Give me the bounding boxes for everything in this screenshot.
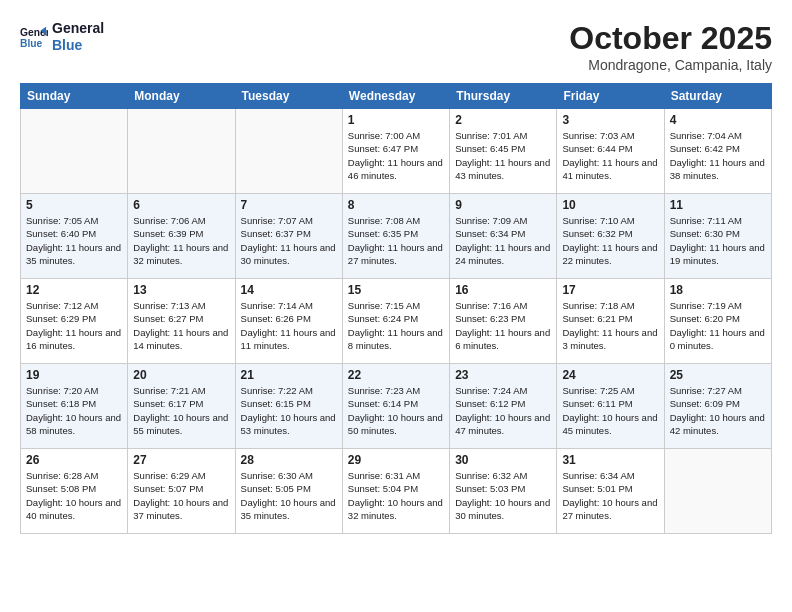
- day-cell: 1Sunrise: 7:00 AM Sunset: 6:47 PM Daylig…: [342, 109, 449, 194]
- day-cell: 8Sunrise: 7:08 AM Sunset: 6:35 PM Daylig…: [342, 194, 449, 279]
- day-cell: 10Sunrise: 7:10 AM Sunset: 6:32 PM Dayli…: [557, 194, 664, 279]
- day-cell: 30Sunrise: 6:32 AM Sunset: 5:03 PM Dayli…: [450, 449, 557, 534]
- day-number: 15: [348, 283, 444, 297]
- day-info: Sunrise: 7:04 AM Sunset: 6:42 PM Dayligh…: [670, 129, 766, 182]
- day-info: Sunrise: 7:09 AM Sunset: 6:34 PM Dayligh…: [455, 214, 551, 267]
- day-number: 5: [26, 198, 122, 212]
- day-info: Sunrise: 7:19 AM Sunset: 6:20 PM Dayligh…: [670, 299, 766, 352]
- day-cell: 12Sunrise: 7:12 AM Sunset: 6:29 PM Dayli…: [21, 279, 128, 364]
- day-number: 30: [455, 453, 551, 467]
- day-cell: [235, 109, 342, 194]
- day-number: 25: [670, 368, 766, 382]
- day-number: 28: [241, 453, 337, 467]
- day-cell: 6Sunrise: 7:06 AM Sunset: 6:39 PM Daylig…: [128, 194, 235, 279]
- day-number: 20: [133, 368, 229, 382]
- day-cell: 23Sunrise: 7:24 AM Sunset: 6:12 PM Dayli…: [450, 364, 557, 449]
- day-cell: 16Sunrise: 7:16 AM Sunset: 6:23 PM Dayli…: [450, 279, 557, 364]
- day-info: Sunrise: 7:05 AM Sunset: 6:40 PM Dayligh…: [26, 214, 122, 267]
- day-number: 12: [26, 283, 122, 297]
- day-number: 27: [133, 453, 229, 467]
- title-block: October 2025 Mondragone, Campania, Italy: [569, 20, 772, 73]
- day-info: Sunrise: 7:10 AM Sunset: 6:32 PM Dayligh…: [562, 214, 658, 267]
- week-row-5: 26Sunrise: 6:28 AM Sunset: 5:08 PM Dayli…: [21, 449, 772, 534]
- day-number: 24: [562, 368, 658, 382]
- day-cell: 29Sunrise: 6:31 AM Sunset: 5:04 PM Dayli…: [342, 449, 449, 534]
- day-cell: 13Sunrise: 7:13 AM Sunset: 6:27 PM Dayli…: [128, 279, 235, 364]
- day-cell: 20Sunrise: 7:21 AM Sunset: 6:17 PM Dayli…: [128, 364, 235, 449]
- day-cell: [21, 109, 128, 194]
- day-cell: 26Sunrise: 6:28 AM Sunset: 5:08 PM Dayli…: [21, 449, 128, 534]
- location-subtitle: Mondragone, Campania, Italy: [569, 57, 772, 73]
- month-title: October 2025: [569, 20, 772, 57]
- day-info: Sunrise: 7:18 AM Sunset: 6:21 PM Dayligh…: [562, 299, 658, 352]
- page-header: General Blue General Blue October 2025 M…: [20, 20, 772, 73]
- logo: General Blue General Blue: [20, 20, 104, 54]
- day-cell: 3Sunrise: 7:03 AM Sunset: 6:44 PM Daylig…: [557, 109, 664, 194]
- day-cell: 15Sunrise: 7:15 AM Sunset: 6:24 PM Dayli…: [342, 279, 449, 364]
- day-cell: 24Sunrise: 7:25 AM Sunset: 6:11 PM Dayli…: [557, 364, 664, 449]
- day-info: Sunrise: 7:16 AM Sunset: 6:23 PM Dayligh…: [455, 299, 551, 352]
- day-cell: 9Sunrise: 7:09 AM Sunset: 6:34 PM Daylig…: [450, 194, 557, 279]
- day-number: 26: [26, 453, 122, 467]
- day-number: 1: [348, 113, 444, 127]
- day-number: 13: [133, 283, 229, 297]
- week-row-2: 5Sunrise: 7:05 AM Sunset: 6:40 PM Daylig…: [21, 194, 772, 279]
- day-cell: 31Sunrise: 6:34 AM Sunset: 5:01 PM Dayli…: [557, 449, 664, 534]
- day-info: Sunrise: 7:07 AM Sunset: 6:37 PM Dayligh…: [241, 214, 337, 267]
- day-info: Sunrise: 7:03 AM Sunset: 6:44 PM Dayligh…: [562, 129, 658, 182]
- day-number: 8: [348, 198, 444, 212]
- logo-general: General: [52, 20, 104, 37]
- day-number: 7: [241, 198, 337, 212]
- day-number: 29: [348, 453, 444, 467]
- svg-text:Blue: Blue: [20, 38, 43, 49]
- day-info: Sunrise: 7:14 AM Sunset: 6:26 PM Dayligh…: [241, 299, 337, 352]
- day-number: 14: [241, 283, 337, 297]
- day-info: Sunrise: 7:08 AM Sunset: 6:35 PM Dayligh…: [348, 214, 444, 267]
- week-row-1: 1Sunrise: 7:00 AM Sunset: 6:47 PM Daylig…: [21, 109, 772, 194]
- day-cell: 4Sunrise: 7:04 AM Sunset: 6:42 PM Daylig…: [664, 109, 771, 194]
- day-number: 31: [562, 453, 658, 467]
- logo-icon: General Blue: [20, 23, 48, 51]
- day-number: 17: [562, 283, 658, 297]
- day-info: Sunrise: 7:25 AM Sunset: 6:11 PM Dayligh…: [562, 384, 658, 437]
- day-info: Sunrise: 6:31 AM Sunset: 5:04 PM Dayligh…: [348, 469, 444, 522]
- week-row-4: 19Sunrise: 7:20 AM Sunset: 6:18 PM Dayli…: [21, 364, 772, 449]
- weekday-header-tuesday: Tuesday: [235, 84, 342, 109]
- weekday-header-monday: Monday: [128, 84, 235, 109]
- day-info: Sunrise: 7:13 AM Sunset: 6:27 PM Dayligh…: [133, 299, 229, 352]
- day-number: 21: [241, 368, 337, 382]
- day-cell: 19Sunrise: 7:20 AM Sunset: 6:18 PM Dayli…: [21, 364, 128, 449]
- day-cell: 14Sunrise: 7:14 AM Sunset: 6:26 PM Dayli…: [235, 279, 342, 364]
- day-number: 6: [133, 198, 229, 212]
- day-info: Sunrise: 7:11 AM Sunset: 6:30 PM Dayligh…: [670, 214, 766, 267]
- day-number: 18: [670, 283, 766, 297]
- day-info: Sunrise: 6:28 AM Sunset: 5:08 PM Dayligh…: [26, 469, 122, 522]
- day-number: 23: [455, 368, 551, 382]
- day-cell: 11Sunrise: 7:11 AM Sunset: 6:30 PM Dayli…: [664, 194, 771, 279]
- day-cell: 5Sunrise: 7:05 AM Sunset: 6:40 PM Daylig…: [21, 194, 128, 279]
- day-cell: 22Sunrise: 7:23 AM Sunset: 6:14 PM Dayli…: [342, 364, 449, 449]
- day-info: Sunrise: 7:12 AM Sunset: 6:29 PM Dayligh…: [26, 299, 122, 352]
- day-number: 3: [562, 113, 658, 127]
- day-cell: 7Sunrise: 7:07 AM Sunset: 6:37 PM Daylig…: [235, 194, 342, 279]
- day-number: 16: [455, 283, 551, 297]
- weekday-header-sunday: Sunday: [21, 84, 128, 109]
- day-number: 10: [562, 198, 658, 212]
- day-cell: 18Sunrise: 7:19 AM Sunset: 6:20 PM Dayli…: [664, 279, 771, 364]
- weekday-header-wednesday: Wednesday: [342, 84, 449, 109]
- day-cell: 27Sunrise: 6:29 AM Sunset: 5:07 PM Dayli…: [128, 449, 235, 534]
- day-info: Sunrise: 6:32 AM Sunset: 5:03 PM Dayligh…: [455, 469, 551, 522]
- day-cell: 25Sunrise: 7:27 AM Sunset: 6:09 PM Dayli…: [664, 364, 771, 449]
- day-cell: [128, 109, 235, 194]
- day-number: 4: [670, 113, 766, 127]
- calendar-header-row: SundayMondayTuesdayWednesdayThursdayFrid…: [21, 84, 772, 109]
- day-cell: 28Sunrise: 6:30 AM Sunset: 5:05 PM Dayli…: [235, 449, 342, 534]
- day-info: Sunrise: 7:00 AM Sunset: 6:47 PM Dayligh…: [348, 129, 444, 182]
- day-info: Sunrise: 7:01 AM Sunset: 6:45 PM Dayligh…: [455, 129, 551, 182]
- day-info: Sunrise: 7:21 AM Sunset: 6:17 PM Dayligh…: [133, 384, 229, 437]
- day-cell: [664, 449, 771, 534]
- weekday-header-friday: Friday: [557, 84, 664, 109]
- day-number: 9: [455, 198, 551, 212]
- calendar-table: SundayMondayTuesdayWednesdayThursdayFrid…: [20, 83, 772, 534]
- day-info: Sunrise: 7:06 AM Sunset: 6:39 PM Dayligh…: [133, 214, 229, 267]
